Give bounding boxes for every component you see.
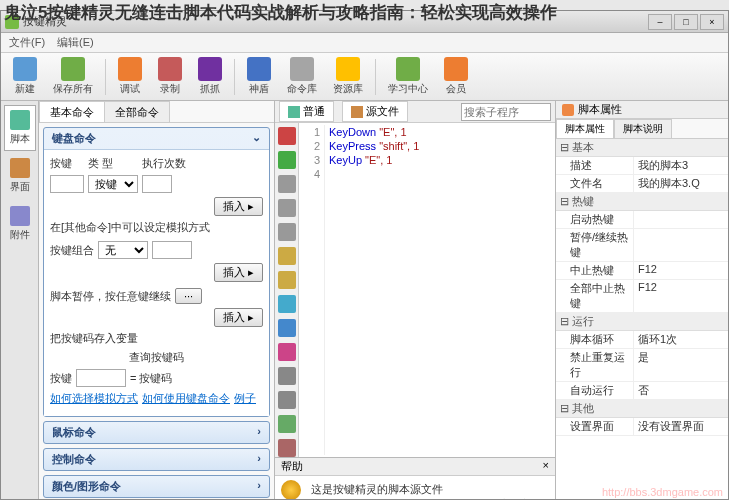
menu-edit[interactable]: 编辑(E) (57, 35, 94, 50)
toolbar-icon (158, 57, 182, 81)
toolbar-会员[interactable]: 会员 (436, 55, 476, 98)
accordion-控制命令[interactable]: 控制命令› (43, 448, 270, 471)
help-title: 帮助 (281, 459, 303, 474)
tab-script-desc[interactable]: 脚本说明 (614, 119, 672, 138)
toolbar-神盾[interactable]: 神盾 (239, 55, 279, 98)
prop-row[interactable]: 全部中止热键F12 (556, 280, 728, 313)
tool-uncomment-icon[interactable] (278, 391, 296, 409)
accordion-颜色/图形命令[interactable]: 颜色/图形命令› (43, 475, 270, 498)
tab-script-props[interactable]: 脚本属性 (556, 119, 614, 138)
source-view-icon (351, 106, 363, 118)
label-type: 类 型 (88, 156, 138, 171)
toolbar-icon (336, 57, 360, 81)
prop-row[interactable]: 设置界面没有设置界面 (556, 418, 728, 436)
center-area: 普通 源文件 (275, 101, 555, 499)
prop-row[interactable]: 禁止重复运行是 (556, 349, 728, 382)
pause-label: 脚本暂停，按任意键继续 (50, 289, 171, 304)
search-subroutine-input[interactable] (461, 103, 551, 121)
accordion-keyboard-header[interactable]: 键盘命令⌄ (44, 128, 269, 149)
insert-button-1[interactable]: 插入 ▸ (214, 197, 263, 216)
prop-group[interactable]: 其他 (556, 400, 728, 418)
toolbar-资源库[interactable]: 资源库 (325, 55, 371, 98)
accordion-鼠标命令[interactable]: 鼠标命令› (43, 421, 270, 444)
toolbar-抓抓[interactable]: 抓抓 (190, 55, 230, 98)
command-panel: 基本命令 全部命令 键盘命令⌄ 按键 类 型 执行次数 按键 ▾ (39, 101, 275, 499)
combo-label: 按键组合 (50, 243, 94, 258)
tab-basic-commands[interactable]: 基本命令 (39, 101, 105, 122)
help-line-2: 在理解各条命令的基础上，您可以修改这个文件的内容 (311, 497, 549, 499)
toolbar-icon (290, 57, 314, 81)
toolbar-icon (247, 57, 271, 81)
tool-green-icon[interactable] (278, 151, 296, 169)
tab-source-view[interactable]: 源文件 (342, 101, 408, 122)
toolbar-命令库[interactable]: 命令库 (279, 55, 325, 98)
combo-input[interactable] (152, 241, 192, 259)
menubar: 文件(F) 编辑(E) (1, 33, 728, 53)
sidetab-附件[interactable]: 附件 (4, 201, 36, 247)
tool-indent-icon[interactable] (278, 415, 296, 433)
prop-group[interactable]: 热键 (556, 193, 728, 211)
props-title: 脚本属性 (578, 102, 622, 117)
combo-select[interactable]: 无 (98, 241, 148, 259)
toolbar-录制[interactable]: 录制 (150, 55, 190, 98)
watermark: http://bbs.3dmgame.com (602, 486, 723, 498)
prop-row[interactable]: 描述我的脚本3 (556, 157, 728, 175)
link-keyboard-cmd[interactable]: 如何使用键盘命令 (142, 391, 230, 406)
tool-redo-icon[interactable] (278, 271, 296, 289)
link-example[interactable]: 例子 (234, 391, 256, 406)
toolbar-icon (444, 57, 468, 81)
type-select[interactable]: 按键 ▾ (88, 175, 138, 193)
prop-row[interactable]: 中止热键F12 (556, 262, 728, 280)
insert-button-3[interactable]: 插入 ▸ (214, 308, 263, 327)
prop-row[interactable]: 自动运行否 (556, 382, 728, 400)
tab-all-commands[interactable]: 全部命令 (104, 101, 170, 122)
tool-find-icon[interactable] (278, 295, 296, 313)
tool-copy-icon[interactable] (278, 199, 296, 217)
toolbar-新建[interactable]: 新建 (5, 55, 45, 98)
tool-paste-icon[interactable] (278, 223, 296, 241)
lookup-input[interactable] (76, 369, 126, 387)
menu-file[interactable]: 文件(F) (9, 35, 45, 50)
tool-goto-icon[interactable] (278, 319, 296, 337)
prop-row[interactable]: 文件名我的脚本3.Q (556, 175, 728, 193)
lookup-eq: = 按键码 (130, 371, 172, 386)
toolbar-保存所有[interactable]: 保存所有 (45, 55, 101, 98)
help-panel: 帮助× 这是按键精灵的脚本源文件 在理解各条命令的基础上，您可以修改这个文件的内… (275, 457, 555, 499)
prop-group[interactable]: 基本 (556, 139, 728, 157)
help-close-icon[interactable]: × (543, 459, 549, 474)
prop-row[interactable]: 启动热键 (556, 211, 728, 229)
article-title: 鬼泣5按键精灵无缝连击脚本代码实战解析与攻略指南：轻松实现高效操作 (0, 0, 729, 26)
prop-row[interactable]: 暂停/继续热键 (556, 229, 728, 262)
sidetab-icon (10, 158, 30, 178)
lookup-title: 查询按键码 (50, 350, 263, 365)
save-var-label: 把按键码存入变量 (50, 331, 263, 346)
editor-toolstrip (275, 123, 299, 457)
tool-bookmark-icon[interactable] (278, 343, 296, 361)
prop-row[interactable]: 脚本循环循环1次 (556, 331, 728, 349)
left-sidebar: 脚本界面附件 (1, 101, 39, 499)
tool-cut-icon[interactable] (278, 175, 296, 193)
label-key: 按键 (50, 156, 84, 171)
code-editor[interactable]: 1234 KeyDown "E", 1KeyPress "shift", 1Ke… (299, 123, 555, 457)
insert-button-2[interactable]: 插入 ▸ (214, 263, 263, 282)
accordion-keyboard: 键盘命令⌄ 按键 类 型 执行次数 按键 ▾ 插入 ▸ (43, 127, 270, 417)
tool-outdent-icon[interactable] (278, 439, 296, 457)
pause-dots-button[interactable]: ··· (175, 288, 202, 304)
link-sim-mode[interactable]: 如何选择模拟方式 (50, 391, 138, 406)
tool-comment-icon[interactable] (278, 367, 296, 385)
toolbar-icon (13, 57, 37, 81)
toolbar-调试[interactable]: 调试 (110, 55, 150, 98)
note-text: 在[其他命令]中可以设定模拟方式 (50, 220, 263, 235)
key-input[interactable] (50, 175, 84, 193)
tab-normal-view[interactable]: 普通 (279, 101, 334, 122)
tool-undo-icon[interactable] (278, 247, 296, 265)
sidetab-脚本[interactable]: 脚本 (4, 105, 36, 151)
props-icon (562, 104, 574, 116)
tool-red-icon[interactable] (278, 127, 296, 145)
lookup-label: 按键 (50, 371, 72, 386)
count-input[interactable] (142, 175, 172, 193)
help-bulb-icon (281, 480, 301, 499)
prop-group[interactable]: 运行 (556, 313, 728, 331)
toolbar-学习中心[interactable]: 学习中心 (380, 55, 436, 98)
sidetab-界面[interactable]: 界面 (4, 153, 36, 199)
